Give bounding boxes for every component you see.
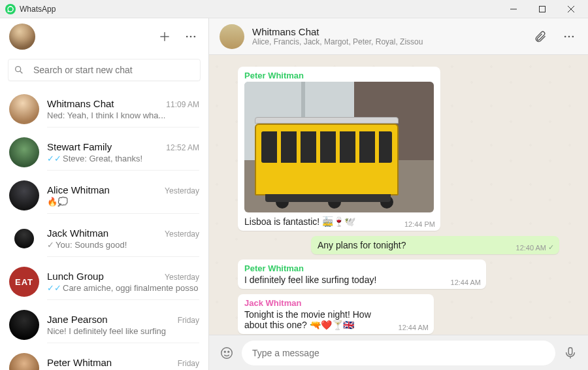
search-input[interactable] xyxy=(33,65,195,75)
svg-point-15 xyxy=(224,351,225,352)
chat-item[interactable]: Whitmans Chat11:09 AM Ned: Yeah, I think… xyxy=(0,88,208,131)
conversation-header: Whitmans Chat Alice, Francis, Jack, Marg… xyxy=(209,18,588,55)
chat-time: Yesterday xyxy=(165,229,199,239)
chat-item[interactable]: Peter WhitmanFriday Yeah, I think I know… xyxy=(0,346,208,370)
chat-avatar xyxy=(9,310,39,340)
chat-preview: Ned: Yeah, I think I know wha... xyxy=(47,110,199,120)
new-chat-button[interactable] xyxy=(156,28,173,45)
chat-avatar xyxy=(9,137,39,167)
chat-avatar: EAT xyxy=(9,267,39,297)
message-incoming[interactable]: Peter Whitman I definitely feel like sur… xyxy=(238,260,486,289)
svg-point-6 xyxy=(186,36,188,38)
sent-tick-icon: ✓ xyxy=(47,240,54,250)
chat-avatar xyxy=(9,224,39,254)
message-time: 12:44 AM xyxy=(451,278,481,286)
chat-name: Jack Whitman xyxy=(47,227,159,239)
chat-time: 12:52 AM xyxy=(166,143,199,152)
emoji-button[interactable] xyxy=(218,345,235,362)
window-title: WhatsApp xyxy=(20,5,56,14)
svg-point-14 xyxy=(221,347,233,358)
read-tick-icon: ✓✓ xyxy=(47,154,61,163)
chat-time: 11:09 AM xyxy=(166,100,199,109)
voice-record-button[interactable] xyxy=(562,345,579,362)
chat-time: Yesterday xyxy=(165,273,199,282)
attach-button[interactable] xyxy=(532,28,549,45)
message-input[interactable] xyxy=(252,348,545,358)
chat-avatar xyxy=(9,353,39,370)
chat-name: Jane Pearson xyxy=(47,314,172,325)
chat-time: Yesterday xyxy=(165,186,199,195)
chat-item[interactable]: EAT Lunch GroupYesterday ✓✓Care amiche, … xyxy=(0,260,208,303)
conversation-members: Alice, Francis, Jack, Margot, Peter, Roy… xyxy=(252,37,520,46)
window-minimize-button[interactable] xyxy=(499,0,528,18)
message-sender: Peter Whitman xyxy=(244,71,435,80)
chat-preview: Nice! I definitely feel like surfing xyxy=(47,326,199,336)
message-input-wrapper[interactable] xyxy=(242,341,555,365)
message-incoming[interactable]: Jack Whitman Tonight is the movie night!… xyxy=(238,294,434,334)
svg-point-13 xyxy=(572,35,574,37)
svg-point-9 xyxy=(16,67,21,72)
svg-point-11 xyxy=(564,35,566,37)
chat-avatar xyxy=(9,94,39,124)
svg-point-8 xyxy=(194,36,196,38)
chat-time: Friday xyxy=(178,359,199,368)
message-outgoing[interactable]: Any plans for tonight? 12:40 AM✓ xyxy=(311,236,559,254)
svg-point-12 xyxy=(568,35,570,37)
chat-name: Whitmans Chat xyxy=(47,98,161,109)
message-incoming[interactable]: Peter Whitman Lisboa is fantastic! 🚋🍷🕊️ … xyxy=(238,67,440,231)
conversation-title: Whitmans Chat xyxy=(252,26,520,37)
conversation-menu-button[interactable] xyxy=(561,28,578,45)
sidebar-menu-button[interactable] xyxy=(182,28,199,45)
conversation-avatar[interactable] xyxy=(220,24,244,49)
chat-item[interactable]: Alice WhitmanYesterday 🔥💭 xyxy=(0,174,208,217)
svg-rect-17 xyxy=(568,347,572,354)
chat-avatar xyxy=(9,180,39,210)
message-list[interactable]: Peter Whitman Lisboa is fantastic! 🚋🍷🕊️ … xyxy=(209,55,588,335)
sidebar: Whitmans Chat11:09 AM Ned: Yeah, I think… xyxy=(0,18,209,370)
window-titlebar: WhatsApp xyxy=(0,0,588,18)
chat-item[interactable]: Jane PearsonFriday Nice! I definitely fe… xyxy=(0,303,208,346)
svg-point-16 xyxy=(228,351,229,352)
window-maximize-button[interactable] xyxy=(528,0,557,18)
message-image[interactable] xyxy=(244,82,434,212)
sidebar-header xyxy=(0,18,208,55)
sent-tick-icon: ✓ xyxy=(548,243,554,252)
message-body: I definitely feel like surfing today! xyxy=(244,275,481,285)
chat-name: Peter Whitman xyxy=(47,357,172,368)
svg-point-7 xyxy=(190,36,192,38)
whatsapp-logo-icon xyxy=(5,4,16,14)
message-time: 12:40 AM xyxy=(516,244,546,252)
chat-time: Friday xyxy=(178,316,199,325)
svg-line-10 xyxy=(20,71,23,74)
message-time: 12:44 AM xyxy=(399,324,429,331)
conversation-panel: Whitmans Chat Alice, Francis, Jack, Marg… xyxy=(209,18,588,370)
my-avatar[interactable] xyxy=(9,24,35,50)
chat-preview: ✓✓Steve: Great, thanks! xyxy=(47,154,199,163)
chat-preview: 🔥💭 xyxy=(47,197,199,207)
chat-preview: ✓✓Care amiche, oggi finalmente posso xyxy=(47,283,199,293)
message-composer xyxy=(209,335,588,370)
search-box[interactable] xyxy=(8,59,201,81)
search-icon xyxy=(14,65,24,75)
chat-item[interactable]: Jack WhitmanYesterday ✓You: Sounds good! xyxy=(0,217,208,260)
read-tick-icon: ✓✓ xyxy=(47,283,61,293)
svg-rect-1 xyxy=(540,6,546,12)
message-sender: Peter Whitman xyxy=(244,263,481,273)
chat-preview: ✓You: Sounds good! xyxy=(47,240,199,250)
chat-item[interactable]: Stewart Family12:52 AM ✓✓Steve: Great, t… xyxy=(0,131,208,174)
chat-name: Lunch Group xyxy=(47,271,159,282)
message-sender: Jack Whitman xyxy=(244,298,429,308)
chat-list: Whitmans Chat11:09 AM Ned: Yeah, I think… xyxy=(0,88,208,370)
chat-name: Stewart Family xyxy=(47,141,161,152)
window-close-button[interactable] xyxy=(557,0,585,18)
message-time: 12:44 PM xyxy=(404,220,435,228)
chat-name: Alice Whitman xyxy=(47,184,159,195)
